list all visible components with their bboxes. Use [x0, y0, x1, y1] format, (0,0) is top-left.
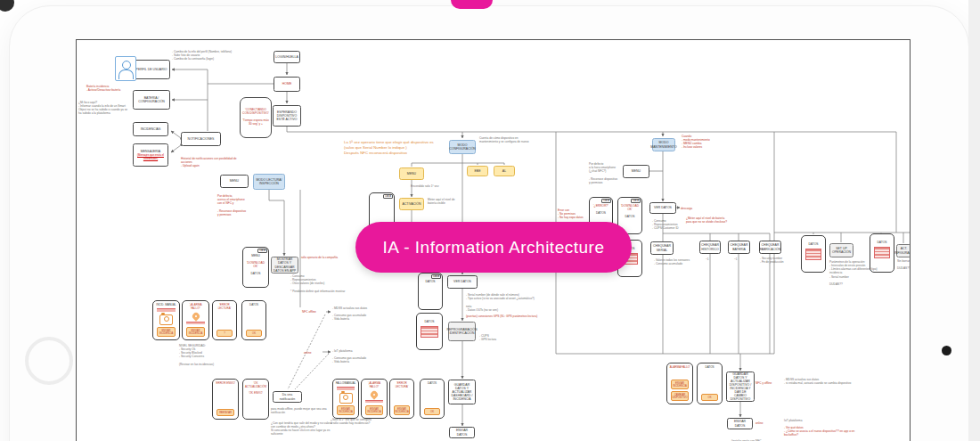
phone-datos-setup: DATOS — [801, 235, 826, 273]
card-ok-actualizacion-title: 'OK ACTUALIZACIÓN' 'OK ENVÍO' — [245, 382, 266, 395]
guardar-datos-centro-label: GUARDAR DATOS Y ACTUALIZAR DASHBOARD / I… — [451, 383, 474, 402]
home-button[interactable] — [25, 337, 73, 385]
card-error-lectura-izq-spacer — [215, 310, 234, 329]
annotation-gray-20: ~1 — [734, 257, 745, 261]
card-datos-izq: DATOSOK — [241, 300, 266, 340]
annotation-gray-36: - MDSS actualiza sus datos - si estaba m… — [784, 378, 862, 385]
card-fallo-manual-centro: FALLO/MANUALENVIAR INCIDENCIA — [332, 379, 359, 419]
menu-configuracion-label: MENÚ — [407, 172, 416, 176]
card-error-lectura-centro-button-0[interactable]: ENVIAR INCIDENCIA — [394, 405, 410, 415]
card-alarma-fallo-centro-spacer — [363, 403, 385, 404]
annotation-gray-25: nota - Datos OUTs (no se ven) — [466, 305, 519, 312]
annotation-red-14: Error con - No permisos - No hay expo da… — [558, 208, 592, 219]
annotation-gray-6: Encendido solo 1ª vez — [411, 184, 450, 188]
card-alarma-fallo-der-button-1[interactable]: CAMBIAR DISPOSITIVO — [671, 391, 689, 401]
camera-icon — [942, 346, 951, 355]
chequear-bateria: CHEQUEAR BATERÍA — [728, 241, 750, 254]
annotation-gray-19: ~1 — [706, 257, 716, 261]
annotation-gray-16: - Consumo - Reprocesamientos - CUPS/Cust… — [652, 219, 684, 230]
card-alarma-fallo-der-button-0[interactable]: ENVIAR INCIDENCIA — [671, 380, 689, 389]
ver-datos-centro-label: VER DATOS — [453, 280, 471, 283]
menu-lectura-label: MENÚ — [230, 179, 239, 183]
tablet-edge — [968, 0, 980, 441]
phone-error-mantenimiento-tag: DATA — [601, 199, 611, 203]
card-error-lectura-izq-title: 'ERROR LECTURA' — [215, 304, 234, 310]
annotation-gray-5: Cuenta de cómo dispositivo en mantenimie… — [479, 136, 535, 143]
card-error-envio-button-0[interactable]: REENVIAR — [216, 409, 234, 416]
card-alarma-fallo-centro-button-0[interactable]: ENVIAR INCIDENCIA — [365, 405, 383, 415]
menu-lectura: MENÚ — [220, 175, 249, 188]
chequear-historico-label: CHEQUEAR HISTÓRICO — [701, 243, 719, 250]
guardar-datos-derecha-label: GUARDAR DATOS Y ACTUALIZAR DISPOSITIVO /… — [729, 372, 753, 402]
camera-icon — [339, 393, 353, 404]
home-label: HOME — [282, 82, 292, 86]
chequear-fabricacion: CHEQUEAR FABRICACIÓN — [759, 241, 781, 254]
bateria-configuracion: BATERÍA / CONFIGURACIÓN — [133, 90, 170, 110]
card-datos-izq-button-0[interactable]: OK — [246, 330, 262, 337]
card-alarma-fallo-izq-spacer — [184, 324, 207, 326]
modo-configuracion: MODO CONFIGURACIÓN — [449, 140, 476, 154]
annotation-red-35: NFC y offline — [755, 381, 780, 385]
card-error-envio-spacer — [215, 386, 236, 408]
card-datos-der-spacer — [699, 370, 720, 393]
annotation-gray-22: Parámetros de la operación: - Intervalos… — [829, 260, 879, 286]
annotation-gray-31: - IoT plataforma - Consumo gas acumulado… — [332, 349, 382, 364]
red-stripe-icon — [157, 308, 176, 312]
ia-banner-label: IA - Information Architecture — [383, 238, 605, 257]
card-alarma-fallo-izq-button-0[interactable]: ENVIAR INCIDENCIA — [186, 327, 205, 337]
annotation-gray-10: - Consumo - Reprocesamientos - Otros val… — [290, 274, 346, 293]
chequear-bateria-label: CHEQUEAR BATERÍA — [731, 243, 748, 250]
card-datos-izq-spacer — [244, 307, 264, 329]
annotation-gray-13: Por defecto a la hora smartphone (¿chat … — [589, 162, 626, 184]
phone-menu-lectura-line-2: DATOS — [245, 272, 266, 275]
card-ok-actualizacion: 'OK ACTUALIZACIÓN' 'OK ENVÍO' — [242, 379, 269, 420]
card-error-lectura-centro-title: 'ERROR LECTURA' — [392, 382, 412, 388]
enviar-datos-derecha-label: ENVIAR DATOS — [730, 420, 751, 427]
phone-download-mantenimiento-tag: DATA — [631, 199, 641, 203]
mensajeria-subnote: (Mensajes que envía el coordinador) — [135, 154, 167, 160]
card-datos-centro-button-0[interactable]: OK — [424, 408, 440, 415]
conectando-dispositivo-label: 'CONECTANDO CON DISPOSITIVO' 'Tiempo esp… — [242, 109, 270, 126]
notificaciones: NOTIFICACIONES — [181, 132, 221, 146]
ebe-label: EBE — [474, 169, 480, 173]
annotation-gray-18: - Valores todos los sensores - Consumo a… — [654, 258, 698, 265]
data-rows-icon — [874, 247, 890, 258]
annotation-gray-24: - Serial number (de dónde sale el número… — [466, 293, 566, 300]
user-avatar-icon — [115, 56, 136, 81]
menu-mantenimiento-label: MENÚ — [632, 169, 641, 173]
card-error-lectura-izq-button-0[interactable]: ? — [216, 330, 233, 337]
chequear-fabricacion-label: CHEQUEAR FABRICACIÓN — [760, 243, 781, 250]
phone-configuracion-tag: DATA — [383, 194, 393, 199]
card-fallo-manual-centro-title: FALLO/MANUAL — [335, 382, 356, 386]
guardar-datos-derecha: GUARDAR DATOS Y ACTUALIZAR DISPOSITIVO /… — [726, 372, 755, 402]
card-error-lectura-centro: 'ERROR LECTURA'ENVIAR INCIDENCIA — [389, 379, 414, 419]
card-datos-der-button-0[interactable]: OK — [701, 394, 718, 401]
phone-menu-lectura-tag: DATA — [257, 249, 267, 253]
annotation-gray-23: Sin borrar datos DUDAS?? — [897, 259, 911, 270]
setup-operacion-label: SET UP OPERACIÓN — [832, 247, 852, 254]
data-rows-icon — [421, 326, 438, 338]
phone-error-mantenimiento-line-1: DATOS — [592, 211, 610, 215]
annotation-red-9: sólo operario de la compañía — [301, 256, 342, 259]
login-huella: LOGIN/HUELLA — [274, 51, 300, 63]
phone-error-mantenimiento-line-0: '¿ERROR?' — [592, 204, 610, 208]
ver-datos-mantenimiento-label: VER DATOS — [654, 206, 672, 209]
card-alarma-fallo-izq-title: '¡ALARMA FALLO!' — [184, 304, 207, 310]
incidencias-label: INCIDENCIAS — [141, 127, 161, 131]
ver-datos-mantenimiento: VER DATOS — [649, 202, 676, 214]
home: HOME — [274, 77, 300, 92]
card-ok-actualizacion-spacer — [245, 395, 266, 417]
pin-icon — [369, 390, 379, 400]
card-alarma-fallo-centro-title: '¡ALARMA FALLO!' — [363, 382, 385, 388]
page: { "banner": { "text": "IA - Information … — [0, 0, 980, 441]
card-incidencia-manual-button-0[interactable]: ENVIAR INCIDENCIA — [157, 327, 176, 337]
incidencias: INCIDENCIAS — [133, 122, 168, 136]
notificaciones-label: NOTIFICACIONES — [188, 137, 215, 141]
card-datos-centro: DATOSOK — [420, 379, 445, 419]
ver-datos-centro: VER DATOS — [447, 275, 478, 289]
card-fallo-manual-centro-button-0[interactable]: ENVIAR INCIDENCIA — [337, 405, 355, 415]
card-error-lectura-centro-spacer — [392, 388, 412, 404]
mostrar-datos-app: MOSTRAR DATOS Y DESCARGAR DATOS EN APP — [271, 257, 298, 274]
card-error-lectura-izq: 'ERROR LECTURA'? — [212, 300, 237, 340]
annotation-gray-0: - Cambio de la info del perfil (Nombre, … — [172, 50, 257, 61]
